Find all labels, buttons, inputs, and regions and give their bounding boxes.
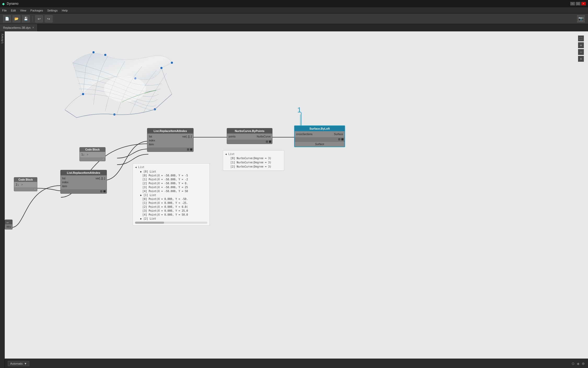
- menu-file[interactable]: File: [2, 9, 7, 12]
- footer-icon1: [187, 148, 189, 151]
- toolbar-sep: [32, 16, 33, 22]
- bottom-icon-2[interactable]: ◈: [577, 361, 580, 366]
- svg-point-5: [171, 62, 173, 64]
- port2-item: item: [62, 185, 67, 188]
- footer-icon2: [190, 148, 192, 151]
- list-scroll-thumb[interactable]: [135, 222, 164, 224]
- svg-point-0: [82, 93, 84, 95]
- menu-settings[interactable]: Settings: [47, 9, 58, 12]
- menu-edit[interactable]: Edit: [11, 9, 16, 12]
- port-index: index: [149, 139, 155, 142]
- nurbs-popup: ◀ List [0] NurbsCurve(Degree = 3) [1] Nu…: [223, 150, 284, 171]
- menu-bar: File Edit View Packages Settings Help: [0, 7, 588, 14]
- code-block-1-value: 1;: [81, 153, 85, 156]
- svg-point-3: [160, 67, 162, 69]
- list-replace-main-footer: [147, 147, 193, 152]
- camera-btn[interactable]: 📷: [577, 15, 585, 22]
- list-replace-secondary-header: List.ReplaceItemAtIndex: [61, 170, 107, 175]
- list-replace-secondary-body: list var[..][..] index item: [61, 175, 107, 189]
- library-label: Library: [1, 33, 4, 43]
- tab-replace-items[interactable]: ReplaceItems-3B.dyn ✕: [0, 24, 38, 31]
- zoom-plus-btn[interactable]: +: [578, 42, 584, 48]
- number-value: 1: [297, 106, 301, 114]
- code-block-1-arrow: >: [87, 153, 88, 156]
- menu-view[interactable]: View: [20, 9, 26, 12]
- minimize-btn[interactable]: ─: [570, 2, 575, 5]
- code-block-2-value: 2;: [16, 183, 19, 186]
- app-title: Dynamo: [7, 2, 19, 5]
- win-controls: ─ □ ✕: [570, 2, 586, 5]
- nurbs-port-out: NurbsCurve: [257, 135, 271, 138]
- svg-point-8: [104, 76, 146, 102]
- nurbs-port-points: points: [229, 135, 236, 138]
- app-icon: ◆: [2, 2, 5, 6]
- undo-btn[interactable]: ↩: [35, 15, 43, 22]
- mode-selector[interactable]: Automatic ▼: [8, 361, 29, 366]
- list-popup: ◀ List ▶ [0] List [0] Point(X = -50.000,…: [133, 163, 210, 226]
- code-block-1-body: 1; >: [80, 152, 105, 157]
- edge-header: ...: [5, 220, 12, 224]
- list-tri: ◀: [135, 166, 138, 169]
- main-area: Library: [0, 31, 588, 368]
- close-btn[interactable]: ✕: [581, 2, 586, 5]
- footer2-icon1: [100, 190, 102, 192]
- list-item-1-1: [1] Point(X = 0.000, Y = -25.: [135, 201, 207, 205]
- new-btn[interactable]: 📄: [3, 15, 11, 22]
- list-item-0-2: [2] Point(X = -50.000, Y = 0.: [135, 181, 207, 185]
- port-item: item: [149, 143, 154, 146]
- nurbs-popup-item-1: [1] NurbsCurve(Degree = 3): [225, 160, 282, 165]
- svg-point-6: [104, 54, 106, 56]
- nurbs-popup-item-0: [0] NurbsCurve(Degree = 3): [225, 156, 282, 160]
- tab-label: ReplaceItems-3B.dyn: [3, 26, 31, 29]
- bottom-icon-1[interactable]: ⊙: [572, 361, 575, 366]
- save-btn[interactable]: 💾: [22, 15, 30, 22]
- list-replace-main-header: List.ReplaceItemAtIndex: [147, 128, 193, 134]
- list-scroll[interactable]: [135, 222, 207, 224]
- list-replace-secondary-node[interactable]: List.ReplaceItemAtIndex list var[..][..]…: [60, 170, 107, 194]
- list-item-0-4: [4] Point(X = -50.000, Y = 50: [135, 189, 207, 193]
- surface-footer: [295, 137, 345, 141]
- tab-close-icon[interactable]: ✕: [32, 26, 34, 29]
- list-item-0-3: [3] Point(X = -50.000, Y = 25: [135, 185, 207, 189]
- list-replace-main-body: list var[..][..] index item: [147, 134, 193, 147]
- surface-port-cross: crossSections: [296, 133, 312, 136]
- canvas[interactable]: 1 List.ReplaceItemAtIndex list var[..][.…: [5, 31, 588, 368]
- maximize-btn[interactable]: □: [576, 2, 580, 5]
- code-block-2-node[interactable]: Code Block 2; >: [14, 177, 37, 191]
- redo-btn[interactable]: ↪: [45, 15, 53, 22]
- footer2-icon2: [103, 190, 106, 192]
- code1-foot-sq: [102, 158, 104, 160]
- zoom-full-btn[interactable]: ⛶: [578, 36, 584, 41]
- list-replace-secondary-footer: [61, 189, 107, 193]
- code-block-1-node[interactable]: Code Block 1; >: [79, 147, 106, 161]
- title-bar: ◆ Dynamo ─ □ ✕: [0, 0, 588, 7]
- list-item-1-3: [3] Point(X = 0.000, Y = 25.0: [135, 209, 207, 213]
- surface-foot1: [338, 138, 340, 140]
- menu-help[interactable]: Help: [62, 9, 68, 12]
- left-edge-node[interactable]: ... etry: [5, 220, 13, 229]
- code-block-1-header: Code Block: [80, 147, 105, 152]
- svg-point-4: [92, 51, 95, 53]
- zoom-minus-btn[interactable]: −: [578, 49, 584, 55]
- code-block-2-body: 2; >: [14, 182, 37, 187]
- library-sidebar[interactable]: Library: [0, 31, 5, 368]
- list-popup-title: ◀ List: [135, 165, 207, 169]
- list-item-1: ▶ [1] List: [135, 193, 207, 197]
- nurbs-foot2: [269, 141, 271, 143]
- bottom-icons: ⊙ ◈ ⊕: [572, 361, 585, 366]
- surface-output-label: Surface: [295, 141, 345, 147]
- mode-dropdown-icon[interactable]: ▼: [24, 362, 27, 365]
- nurbs-curve-node[interactable]: NurbsCurve.ByPoints points NurbsCurve: [227, 128, 272, 144]
- menu-packages[interactable]: Packages: [30, 9, 43, 12]
- surface-byloft-node[interactable]: Surface.ByLoft crossSections Surface Sur…: [294, 125, 345, 147]
- list-item-1-2: [2] Point(X = 0.000, Y = 0.0(: [135, 205, 207, 209]
- surface-preview: [62, 47, 177, 120]
- bottom-icon-3[interactable]: ⊕: [582, 361, 585, 366]
- list-item-0-1: [1] Point(X = -50.000, Y = -2: [135, 177, 207, 181]
- nurbs-popup-title: ◀ List: [225, 152, 282, 156]
- zoom-plus2-btn[interactable]: +: [578, 56, 584, 62]
- port-list-in: list: [149, 135, 152, 138]
- list-replace-main-node[interactable]: List.ReplaceItemAtIndex list var[..][..]…: [147, 128, 194, 152]
- open-btn[interactable]: 📂: [13, 15, 20, 22]
- mode-label: Automatic: [10, 362, 23, 365]
